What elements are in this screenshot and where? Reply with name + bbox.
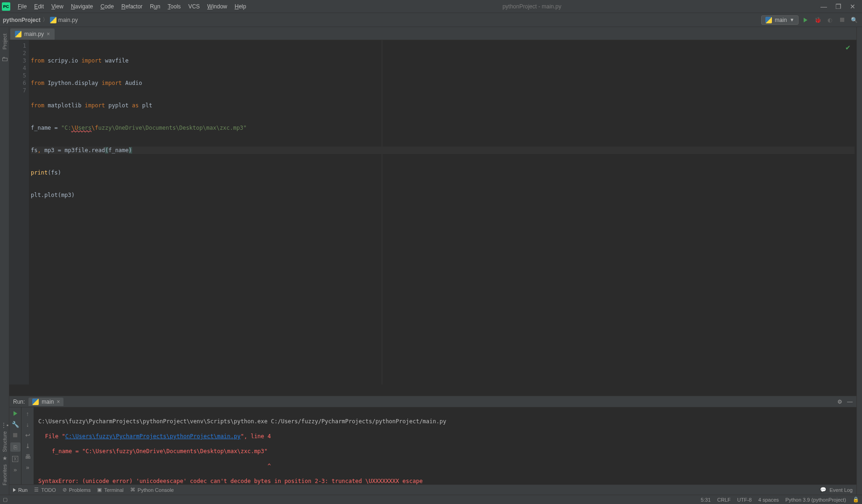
code-editor[interactable]: ✔ 1 2 3 4 5 6 7 from scripy.io import wa… — [9, 40, 856, 385]
run-config-selector[interactable]: main ▼ — [761, 15, 799, 25]
gutter[interactable]: 1 2 3 4 5 6 7 — [9, 40, 29, 385]
title-bar: PC FFileile EditEdit ViewView NavigateNa… — [0, 0, 862, 13]
run-tab-main[interactable]: main × — [28, 398, 63, 406]
coverage-button[interactable]: ◐ — [825, 15, 835, 25]
main-menu: FFileile EditEdit ViewView NavigateNavig… — [14, 0, 250, 13]
more-icon[interactable]: » — [26, 464, 29, 471]
lock-icon[interactable]: 🔒 — [853, 497, 859, 503]
bottom-tool-tabs: Run ☰TODO ⊘Problems ▣Terminal ⌘Python Co… — [9, 484, 856, 495]
folder-icon[interactable]: 🗀 — [1, 55, 8, 63]
code-line[interactable]: print(fs) — [31, 169, 855, 176]
rerun-button[interactable] — [14, 410, 17, 417]
line-number[interactable]: 1 — [9, 42, 26, 49]
print-icon[interactable]: 🖶 — [25, 453, 31, 460]
run-config-label: main — [775, 17, 787, 23]
delete-icon[interactable]: 🅇 — [12, 455, 18, 462]
output-line: File "C:\Users\fuzzy\PycharmProjects\pyt… — [38, 433, 852, 440]
favorites-icon: ★ — [2, 455, 7, 462]
file-tab-main[interactable]: main.py × — [10, 28, 55, 40]
run-tool-window: Run: main × ⚙ — 🔧 ⎘ 🅇 » ↑ ↓ — [9, 396, 856, 487]
debug-button[interactable]: 🐞 — [813, 15, 823, 25]
status-interpreter[interactable]: Python 3.9 (pythonProject) — [785, 497, 846, 503]
status-line-separator[interactable]: CRLF — [717, 497, 731, 503]
breadcrumb-project[interactable]: pythonProject — [3, 17, 41, 23]
stop-button[interactable] — [837, 15, 847, 25]
scroll-to-end-icon[interactable]: ⤓ — [25, 442, 30, 449]
menu-run[interactable]: RunRun — [146, 0, 164, 13]
menu-help[interactable]: HelpHelp — [231, 0, 250, 13]
soft-wrap-icon[interactable]: ↩ — [25, 432, 30, 439]
structure-icon: ⋮▪ — [1, 422, 8, 428]
tool-tab-terminal[interactable]: ▣Terminal — [97, 487, 124, 493]
left-tool-rail-bottom: ⋮▪ Structure ★ Favorites — [0, 422, 9, 485]
menu-file[interactable]: FFileile — [14, 0, 30, 13]
line-number[interactable]: 5 — [9, 72, 26, 79]
tool-windows-toggle-icon[interactable]: ▢ — [3, 497, 7, 503]
search-everywhere-button[interactable]: 🔍 — [849, 15, 859, 25]
breadcrumb: pythonProject 〉 main.py — [3, 16, 78, 24]
code-line[interactable]: from matplotlib import pyplot as plt — [31, 102, 855, 109]
code-line[interactable]: f_name = "C:\Users\fuzzy\OneDrive\Docume… — [31, 124, 855, 132]
menu-edit[interactable]: EditEdit — [30, 0, 48, 13]
file-tabs: main.py × — [0, 27, 862, 40]
output-line: f_name = "C:\Users\fuzzy\OneDrive\Docume… — [38, 448, 852, 455]
status-bar: ▢ 5:31 CRLF UTF-8 4 spaces Python 3.9 (p… — [0, 495, 862, 504]
tool-tab-event-log[interactable]: Event Log — [829, 487, 853, 493]
python-icon — [765, 17, 772, 23]
right-tool-rail — [856, 27, 862, 495]
menu-vcs[interactable]: VCS — [184, 0, 203, 13]
exit-code-indicator[interactable]: ⎘ — [10, 442, 21, 452]
line-number[interactable]: 6 — [9, 79, 26, 87]
structure-tool-button[interactable]: Structure — [2, 431, 7, 452]
output-line: ^ — [38, 462, 852, 470]
nav-toolbar: pythonProject 〉 main.py main ▼ 🐞 ◐ 🔍 — [0, 13, 862, 27]
toolbar-right: main ▼ 🐞 ◐ 🔍 — [761, 15, 859, 25]
tool-tab-todo[interactable]: ☰TODO — [34, 487, 56, 493]
code-line[interactable]: from scripy.io import wavfile — [31, 57, 855, 64]
project-tool-button[interactable]: Project — [2, 32, 7, 51]
code-line[interactable]: from Ipython.display import Audio — [31, 79, 855, 87]
menu-tools[interactable]: ToolsTools — [164, 0, 184, 13]
line-number[interactable]: 2 — [9, 49, 26, 57]
menu-view[interactable]: ViewView — [48, 0, 67, 13]
status-encoding[interactable]: UTF-8 — [737, 497, 752, 503]
gear-icon[interactable]: ⚙ — [837, 399, 842, 405]
status-caret-position[interactable]: 5:31 — [701, 497, 710, 503]
tool-tab-run[interactable]: Run — [13, 487, 28, 493]
menu-window[interactable]: WindowWindow — [203, 0, 231, 13]
run-button[interactable] — [800, 15, 811, 25]
window-title: pythonProject - main.py — [250, 3, 814, 10]
wrench-icon[interactable]: 🔧 — [12, 421, 19, 428]
python-icon — [32, 399, 39, 405]
status-indent[interactable]: 4 spaces — [758, 497, 779, 503]
breadcrumb-separator: 〉 — [42, 16, 48, 24]
line-number[interactable]: 4 — [9, 64, 26, 72]
line-number[interactable]: 3 — [9, 57, 26, 64]
close-tab-icon[interactable]: × — [47, 31, 50, 37]
maximize-icon[interactable]: ❐ — [835, 0, 841, 13]
output-line: SyntaxError: (unicode error) 'unicodeesc… — [38, 477, 852, 485]
line-number[interactable]: 7 — [9, 87, 26, 94]
favorites-tool-button[interactable]: Favorites — [2, 464, 7, 485]
minimize-icon[interactable]: — — [820, 0, 827, 13]
stop-button-disabled[interactable] — [13, 432, 17, 439]
hide-icon[interactable]: — — [847, 399, 853, 405]
menu-refactor[interactable]: RefactorRefactor — [118, 0, 146, 13]
code-line[interactable]: plt.plot(mp3) — [31, 191, 855, 199]
more-icon[interactable]: » — [14, 466, 17, 473]
tool-tab-python-console[interactable]: ⌘Python Console — [130, 487, 174, 493]
event-log-icon[interactable]: 💬 — [820, 487, 827, 493]
close-run-tab-icon[interactable]: × — [56, 399, 60, 405]
python-file-icon — [50, 17, 56, 23]
run-output[interactable]: C:\Users\fuzzy\PycharmProjects\pythonPro… — [34, 407, 856, 487]
code-area[interactable]: from scripy.io import wavfile from Ipyth… — [29, 40, 856, 385]
menu-code[interactable]: CodeCode — [97, 0, 118, 13]
breadcrumb-file[interactable]: main.py — [50, 17, 78, 23]
up-arrow-icon[interactable]: ↑ — [26, 410, 29, 417]
close-icon[interactable]: ✕ — [850, 0, 855, 13]
menu-navigate[interactable]: NavigateNavigate — [67, 0, 97, 13]
down-arrow-icon[interactable]: ↓ — [26, 421, 29, 428]
code-line[interactable]: fs, mp3 = mp3file.read(f_name) — [31, 147, 855, 154]
file-link[interactable]: C:\Users\fuzzy\PycharmProjects\pythonPro… — [65, 433, 241, 440]
tool-tab-problems[interactable]: ⊘Problems — [63, 487, 91, 493]
